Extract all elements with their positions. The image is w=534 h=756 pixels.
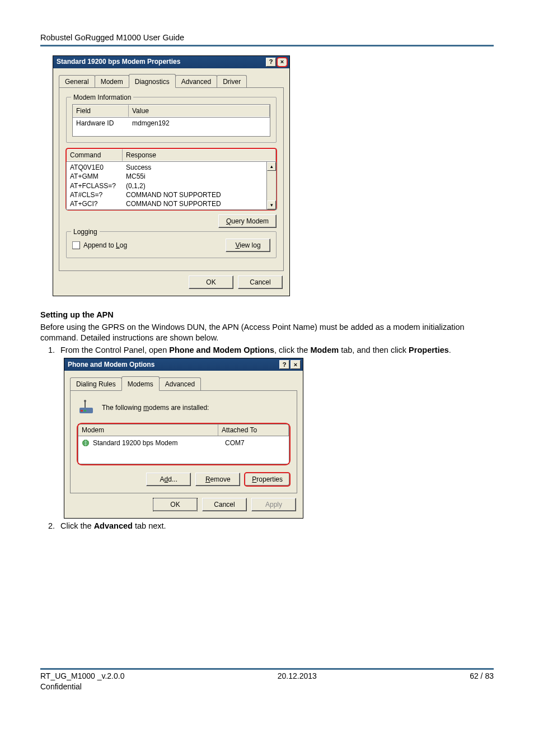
modem-list-outline: Modem Attached To Standard 19200 bps Mod… — [77, 423, 290, 465]
cmd-cell: AT#CLS=? — [67, 190, 123, 199]
step1-b1: Phone and Modem Options — [169, 346, 274, 354]
step1-mid1: , click the — [274, 346, 310, 354]
section-para: Before using the GPRS on the Windows DUN… — [40, 322, 494, 344]
properties-button[interactable]: Properties — [245, 473, 290, 486]
modem-info-body: Hardware ID mdmgen192 — [72, 118, 270, 137]
ok-button[interactable]: OK — [189, 276, 233, 289]
tab-dialing-rules[interactable]: Dialing Rules — [70, 377, 122, 390]
phone-modem-dialog: Phone and Modem Options ? × Dialing Rule… — [64, 358, 303, 518]
page-header: Robustel GoRugged M1000 User Guide — [40, 32, 494, 44]
dialog2-buttons: OK Cancel Apply — [64, 498, 303, 518]
cancel-button-2[interactable]: Cancel — [202, 498, 247, 511]
svg-point-3 — [84, 400, 86, 402]
append-to-log-checkbox[interactable]: Append to Log — [72, 241, 127, 250]
checkbox-icon[interactable] — [72, 241, 80, 249]
cmd-cell: AT+GMM — [67, 172, 123, 181]
cancel-button[interactable]: Cancel — [238, 276, 283, 289]
field-column[interactable]: Field — [73, 105, 129, 117]
command-response-list: Command Response ATQ0V1E0Success AT+GMMM… — [66, 148, 277, 210]
step-2: Click the Advanced tab next. — [57, 521, 494, 532]
dialog2-title: Phone and Modem Options — [68, 360, 278, 369]
dialog-titlebar[interactable]: Standard 19200 bps Modem Properties ? × — [53, 56, 289, 68]
tab-advanced2[interactable]: Advanced — [159, 377, 201, 390]
step2-block: Click the Advanced tab next. — [40, 521, 494, 532]
help-icon[interactable]: ? — [266, 58, 276, 67]
dialog2-titlebar[interactable]: Phone and Modem Options ? × — [64, 358, 303, 371]
list-item: AT+GMMMC55i — [67, 172, 266, 181]
scroll-down-icon[interactable]: ▾ — [267, 200, 276, 209]
step2-end: tab next. — [133, 521, 166, 530]
modem-entry-icon — [82, 439, 90, 447]
dialog2-body: The following modems are installed: Mode… — [70, 390, 297, 493]
logging-title: Logging — [71, 227, 100, 236]
resp-cell: COMMAND NOT SUPPORTED — [123, 190, 266, 199]
dialog2-action-row: Add... Remove Properties — [77, 473, 290, 486]
dialog-title: Standard 19200 bps Modem Properties — [57, 57, 265, 66]
modem-list-header: Modem Attached To — [78, 424, 289, 436]
modem-info-title: Modem Information — [71, 93, 133, 102]
installed-row: The following modems are installed: — [77, 399, 290, 418]
ok-button-2[interactable]: OK — [153, 498, 198, 511]
cmd-cell: ATQ0V1E0 — [67, 163, 123, 172]
close-icon[interactable]: × — [277, 58, 287, 67]
add-button[interactable]: Add... — [146, 473, 191, 486]
view-log-button[interactable]: View log — [226, 239, 270, 252]
tab-modems[interactable]: Modems — [121, 376, 160, 390]
modem-name: Standard 19200 bps Modem — [93, 438, 222, 447]
resp-cell: Success — [123, 163, 266, 172]
installed-text: The following modems are installed: — [102, 403, 209, 412]
footer-center: 20.12.2013 — [278, 671, 317, 682]
remove-button[interactable]: Remove — [195, 473, 240, 486]
section-heading: Setting up the APN — [40, 310, 114, 319]
modem-list-body[interactable]: Standard 19200 bps Modem COM7 — [78, 436, 289, 464]
svg-rect-1 — [81, 410, 83, 412]
step1-pre: From the Control Panel, open — [60, 346, 169, 354]
list-item: AT#CLS=?COMMAND NOT SUPPORTED — [67, 190, 266, 199]
modem-properties-dialog: Standard 19200 bps Modem Properties ? × … — [53, 55, 290, 297]
step2-b: Advanced — [94, 521, 133, 530]
svg-rect-2 — [84, 410, 86, 412]
cmd-cell: AT+GCI? — [67, 199, 123, 208]
footer-right: 62 / 83 — [470, 671, 494, 682]
tab-body: Modem Information Field Value Hardware I… — [59, 87, 284, 271]
step1-b3: Properties — [409, 346, 449, 354]
modem-port: COM7 — [225, 438, 245, 447]
list-item: ATQ0V1E0Success — [67, 163, 266, 172]
step1-end: . — [449, 346, 451, 354]
modem-col[interactable]: Modem — [78, 424, 218, 436]
help-icon[interactable]: ? — [279, 360, 289, 369]
body-text: Setting up the APN Before using the GPRS… — [40, 310, 494, 356]
step2-pre: Click the — [60, 521, 94, 530]
apply-button: Apply — [251, 498, 296, 511]
list-item: AT+FCLASS=?(0,1,2) — [67, 181, 266, 190]
step1-mid2: tab, and then click — [339, 346, 409, 354]
query-row: Query Modem — [66, 214, 277, 228]
modem-info-header: Field Value — [72, 104, 270, 118]
page-footer: RT_UG_M1000 _v.2.0.0 20.12.2013 62 / 83 … — [0, 668, 534, 709]
dialog1-buttons: OK Cancel — [53, 276, 289, 296]
resp-cell: (0,1,2) — [123, 181, 266, 190]
attached-col[interactable]: Attached To — [218, 424, 289, 436]
value-column[interactable]: Value — [129, 105, 270, 117]
close-icon[interactable]: × — [291, 360, 301, 369]
step1-b2: Modem — [310, 346, 339, 354]
hwid-label: Hardware ID — [73, 119, 129, 128]
query-modem-button[interactable]: Query Modem — [218, 214, 277, 228]
hwid-value: mdmgen192 — [129, 119, 270, 128]
tab-driver[interactable]: Driver — [217, 75, 247, 87]
dialog2-tabs: Dialing Rules Modems Advanced — [70, 376, 297, 390]
step-1: From the Control Panel, open Phone and M… — [57, 345, 494, 356]
append-to-log-label: Append to Log — [83, 241, 127, 250]
tab-diagnostics[interactable]: Diagnostics — [129, 74, 176, 88]
tab-general[interactable]: General — [59, 75, 95, 87]
modem-list-item[interactable]: Standard 19200 bps Modem COM7 — [82, 438, 285, 447]
command-column[interactable]: Command — [67, 149, 123, 161]
scroll-up-icon[interactable]: ▴ — [267, 162, 276, 171]
tab-advanced[interactable]: Advanced — [175, 75, 217, 87]
response-column[interactable]: Response — [123, 149, 276, 161]
resp-cell: COMMAND NOT SUPPORTED — [123, 199, 266, 208]
scrollbar[interactable]: ▴ ▾ — [266, 162, 276, 209]
tab-modem[interactable]: Modem — [95, 75, 129, 87]
cmd-body: ATQ0V1E0Success AT+GMMMC55i AT+FCLASS=?(… — [66, 162, 277, 210]
modem-info-group: Modem Information Field Value Hardware I… — [66, 97, 277, 143]
